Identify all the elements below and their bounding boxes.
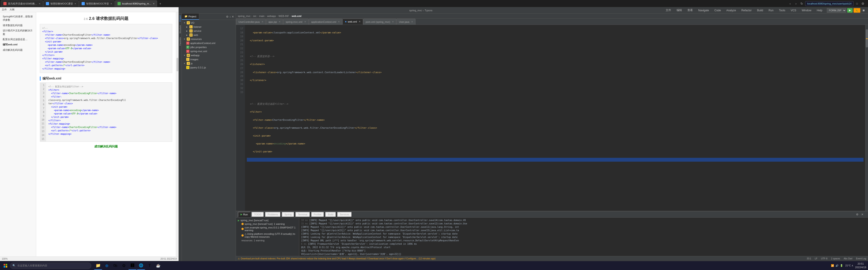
- ide-menu-code[interactable]: Code: [713, 8, 722, 12]
- run-tree-warning3[interactable]: △ Using platform encoding (UTF-8 actuall…: [236, 232, 299, 239]
- breadcrumb-webapp[interactable]: webapp: [267, 15, 276, 18]
- run-tree-warning2[interactable]: com.example:spring_mvc:0.0.1-SNAPSHOT 1 …: [236, 226, 299, 232]
- run-tree-warning1[interactable]: spring_mvc [tomcat7:run]: 1 warning: [236, 222, 299, 226]
- taskbar-edge[interactable]: ⊕: [103, 262, 111, 270]
- tree-item-jdbc[interactable]: P jdbc.properties: [182, 45, 236, 49]
- status-line-col[interactable]: 33:1: [807, 257, 811, 260]
- editor-tab-close-user[interactable]: ✕: [411, 21, 413, 23]
- ide-menu-view[interactable]: 查看: [686, 8, 694, 13]
- sidebar-item-2[interactable]: 请求数据乱码问题: [0, 23, 36, 28]
- taskbar-typora[interactable]: T: [146, 262, 154, 270]
- close-panel-icon[interactable]: ✕: [232, 15, 234, 18]
- status-indent[interactable]: 2 spaces: [831, 257, 840, 260]
- breadcrumb-webxml[interactable]: web.xml: [291, 15, 301, 18]
- editor-tab-close-ajax[interactable]: ✕: [279, 21, 281, 23]
- browser-tab-3[interactable]: 智慧职教MOOC学堂 ✕: [79, 0, 114, 7]
- tray-network-icon[interactable]: 📶: [831, 264, 834, 268]
- tab-close-4[interactable]: ✕: [153, 2, 155, 5]
- bottom-action-settings[interactable]: ⚙: [855, 212, 860, 216]
- ide-menu-help[interactable]: Help: [816, 8, 823, 12]
- tree-item-service[interactable]: ▶ S service: [182, 29, 236, 33]
- taskbar-settings[interactable]: ⚙: [120, 262, 128, 270]
- ide-menu-navigate[interactable]: Navigate: [698, 8, 710, 12]
- bottom-tab-terminal[interactable]: Terminal: [295, 212, 310, 217]
- taskbar-store[interactable]: 🛍: [111, 262, 119, 270]
- breadcrumb-webinf[interactable]: WEB-INF: [278, 15, 289, 18]
- tree-item-jquery[interactable]: J jquery-3.3.1.js: [182, 65, 236, 70]
- bottom-tab-run[interactable]: ▶ Run: [238, 212, 250, 217]
- tree-item-appctx[interactable]: X applicationContext.xml: [182, 41, 236, 45]
- ide-menu-tools[interactable]: Tools: [778, 8, 786, 12]
- breadcrumb-main[interactable]: main: [259, 15, 265, 18]
- sidebar-item-1[interactable]: SpringMVC的请求…获取请求参数: [0, 14, 36, 23]
- tree-item-springmvc-xml[interactable]: X spring-mvc.xml: [182, 49, 236, 53]
- editor-tab-springmvc[interactable]: spring-mvc.xml ✕: [283, 19, 309, 25]
- editor-tab-appctx[interactable]: applicationContext.xml ✕: [309, 19, 342, 25]
- taskbar-explorer[interactable]: 📁: [94, 262, 102, 270]
- browser-tab-1[interactable]: 高马程序员最全SSMS教… ✕: [1, 0, 43, 7]
- back-button[interactable]: ‹: [787, 1, 793, 6]
- tree-item-js[interactable]: ▼ J js: [182, 61, 236, 65]
- run-tree-main[interactable]: ▶ spring_mvc [tomcat7:run]: [236, 218, 299, 222]
- tree-item-listener[interactable]: ▶ L listener: [182, 25, 236, 29]
- ide-menu-vcs[interactable]: VCS: [790, 8, 797, 12]
- breadcrumb-src[interactable]: src: [253, 15, 256, 18]
- address-bar[interactable]: localhost:8080/spring_mvc/user/quick14: [805, 1, 854, 6]
- windows-clock[interactable]: 20:51 2022/4/19: [855, 262, 866, 269]
- refresh-button[interactable]: ↻: [799, 1, 804, 6]
- taskbar-intellij[interactable]: 🅸: [128, 262, 136, 270]
- editor-tab-close-springmvc[interactable]: ✕: [304, 21, 306, 23]
- scrollbar-thumb[interactable]: [177, 58, 178, 71]
- bottom-tab-spring[interactable]: Spring: [282, 212, 294, 217]
- tab-close-3[interactable]: ✕: [110, 2, 112, 5]
- debug-button[interactable]: 🐛: [854, 8, 860, 13]
- tab-close-1[interactable]: ✕: [39, 2, 40, 5]
- browser-tab-4[interactable]: localhost:8080/spring_m… ✕: [115, 0, 157, 7]
- tray-battery-icon[interactable]: 🔋: [840, 264, 843, 268]
- doc-scrollbar[interactable]: [176, 12, 179, 257]
- project-tab-label[interactable]: Project: [179, 14, 182, 23]
- forward-button[interactable]: ›: [794, 1, 798, 6]
- menu-file[interactable]: 文件: [2, 8, 7, 11]
- status-eventlog[interactable]: Event Log: [856, 257, 866, 260]
- expand-icon[interactable]: ↕: [229, 15, 231, 18]
- browser-tab-2[interactable]: 智慧职教MOOC课堂 ✕: [43, 0, 79, 7]
- bottom-tab-build[interactable]: Build: [325, 212, 336, 217]
- bottom-tab-todo[interactable]: TODO: [251, 212, 264, 217]
- editor-tab-close-webxml[interactable]: ✕: [359, 20, 361, 23]
- ide-menu-run[interactable]: Run: [768, 8, 774, 12]
- run-button[interactable]: ▶: [847, 8, 852, 13]
- new-tab-button[interactable]: +: [158, 1, 163, 6]
- ide-menu-window[interactable]: Window: [801, 8, 812, 12]
- ide-menu-edit[interactable]: 编辑: [676, 8, 683, 13]
- run-config-dropdown[interactable]: FORM.JSP: [827, 8, 846, 13]
- tree-item-vo[interactable]: ▼ V VO: [182, 21, 236, 25]
- editor-tab-user[interactable]: User.java ✕: [397, 19, 415, 25]
- sync-icon[interactable]: ⚙: [226, 15, 228, 18]
- editor-tab-close-pom[interactable]: ✕: [392, 21, 394, 23]
- windows-start-button[interactable]: [2, 262, 9, 269]
- editor-tab-ajax[interactable]: ajax.jsp ✕: [266, 19, 283, 25]
- bottom-tab-services[interactable]: Services: [337, 212, 352, 217]
- tree-item-resources[interactable]: ▼ R resources: [182, 37, 236, 41]
- tree-item-images[interactable]: I images: [182, 57, 236, 61]
- tree-item-web[interactable]: ▶ W web: [182, 33, 236, 37]
- ide-menu-analyze[interactable]: Analyze: [725, 8, 737, 12]
- taskbar-java[interactable]: ☕: [154, 262, 162, 270]
- tab-close-2[interactable]: ✕: [74, 2, 76, 5]
- project-tab[interactable]: 📁 Project: [182, 13, 199, 20]
- search-bar[interactable]: 🔍 在这里输入你要搜索的内容: [10, 263, 91, 269]
- status-encoding[interactable]: UTF-8: [821, 257, 827, 260]
- editor-tab-close-appctx[interactable]: ✕: [338, 21, 340, 23]
- editor-tab-usercontroller[interactable]: UserController.java ✕: [236, 19, 266, 25]
- editor-tab-webxml[interactable]: ■ web.xml ✕: [342, 19, 363, 25]
- editor-tab-close-usercontroller[interactable]: ✕: [261, 21, 264, 23]
- status-lf[interactable]: LF: [815, 257, 817, 260]
- sidebar-item-6[interactable]: 成功解决乱码问题: [0, 47, 36, 53]
- editor-tab-pom[interactable]: pom.xml (spring_mvc) ✕: [363, 19, 396, 25]
- editor-scrollbar[interactable]: [865, 25, 868, 211]
- bookmark-button[interactable]: ☆: [855, 1, 860, 6]
- sidebar-item-3[interactable]: 设计模式中文乱码的解决方案: [0, 28, 36, 37]
- taskbar-browser[interactable]: 🌐: [137, 262, 145, 270]
- tray-sound-icon[interactable]: 🔊: [835, 264, 839, 268]
